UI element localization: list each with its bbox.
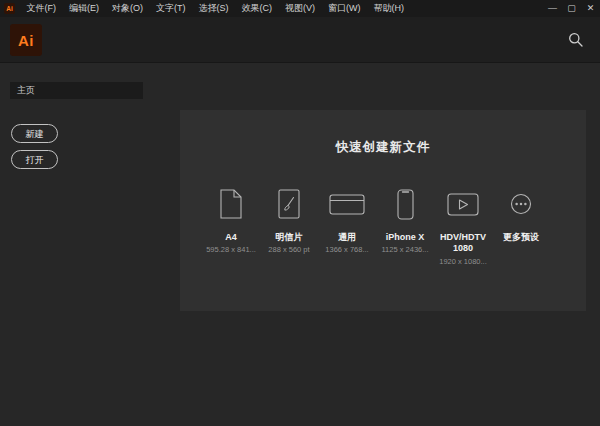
menu-item-edit[interactable]: 编辑(E) (63, 0, 106, 17)
minimize-button[interactable]: — (543, 0, 562, 17)
menu-item-file[interactable]: 文件(F) (20, 0, 63, 17)
maximize-button[interactable]: ▢ (562, 0, 581, 17)
document-icon (202, 184, 260, 224)
illustrator-logo: Ai (10, 24, 42, 56)
postcard-brush-icon (260, 184, 318, 224)
new-file-button[interactable]: 新建 (11, 124, 58, 143)
preset-iphone-x[interactable]: iPhone X 1125 x 2436... (376, 184, 434, 267)
preset-postcard[interactable]: 明信片 288 x 560 pt (260, 184, 318, 267)
preset-a4[interactable]: A4 595.28 x 841... (202, 184, 260, 267)
home-tab[interactable]: 主页 (10, 82, 143, 99)
preset-name: iPhone X (376, 232, 434, 243)
menu-item-type[interactable]: 文字(T) (150, 0, 193, 17)
menu-item-view[interactable]: 视图(V) (279, 0, 322, 17)
preset-name: 明信片 (260, 232, 318, 243)
preset-web-common[interactable]: 通用 1366 x 768... (318, 184, 376, 267)
menu-item-object[interactable]: 对象(O) (106, 0, 150, 17)
search-icon[interactable] (568, 32, 584, 48)
video-play-icon (434, 184, 492, 224)
preset-more[interactable]: 更多预设 (492, 184, 550, 267)
app-icon[interactable]: Ai (4, 3, 15, 14)
preset-size: 1920 x 1080... (434, 257, 492, 268)
preset-size: 1125 x 2436... (376, 245, 434, 256)
preset-hdtv-1080[interactable]: HDV/HDTV 1080 1920 x 1080... (434, 184, 492, 267)
preset-name: 更多预设 (492, 232, 550, 243)
preset-name: HDV/HDTV 1080 (434, 232, 492, 255)
menu-item-select[interactable]: 选择(S) (192, 0, 235, 17)
preset-size: 1366 x 768... (318, 245, 376, 256)
quick-start-panel: 快速创建新文件 A4 595.28 x 841... (180, 110, 586, 311)
illustrator-home-window: Ai 文件(F) 编辑(E) 对象(O) 文字(T) 选择(S) 效果(C) 视… (0, 0, 600, 426)
preset-row: A4 595.28 x 841... 明信片 288 x 560 pt (180, 184, 586, 267)
preset-size: 595.28 x 841... (202, 245, 260, 256)
phone-icon (376, 184, 434, 224)
menubar: Ai 文件(F) 编辑(E) 对象(O) 文字(T) 选择(S) 效果(C) 视… (0, 0, 600, 17)
open-file-button[interactable]: 打开 (11, 150, 58, 169)
home-screen: 主页 新建 打开 快速创建新文件 A4 595.28 x 841... (0, 63, 600, 426)
close-button[interactable]: ✕ (581, 0, 600, 17)
preset-name: 通用 (318, 232, 376, 243)
preset-size: 288 x 560 pt (260, 245, 318, 256)
menu-item-help[interactable]: 帮助(H) (367, 0, 411, 17)
browser-window-icon (318, 184, 376, 224)
menu-item-effect[interactable]: 效果(C) (235, 0, 279, 17)
quick-start-title: 快速创建新文件 (180, 139, 586, 156)
appbar: Ai (0, 17, 600, 63)
more-ellipsis-icon (492, 184, 550, 224)
preset-name: A4 (202, 232, 260, 243)
menu-item-window[interactable]: 窗口(W) (322, 0, 368, 17)
